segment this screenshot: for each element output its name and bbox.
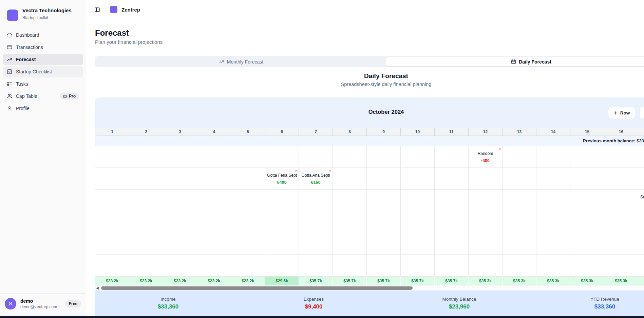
day-cell[interactable]: ×Random-400: [469, 146, 503, 167]
day-cell[interactable]: [604, 211, 638, 233]
day-cell[interactable]: [163, 255, 197, 276]
day-cell[interactable]: [197, 168, 231, 189]
day-cell[interactable]: [570, 168, 604, 189]
day-cell[interactable]: [129, 190, 163, 211]
day-cell[interactable]: [95, 255, 129, 276]
day-cell[interactable]: [367, 211, 401, 233]
day-cell[interactable]: [503, 211, 536, 233]
day-cell[interactable]: [299, 233, 333, 254]
day-cell[interactable]: [367, 146, 401, 167]
sidebar-toggle-button[interactable]: [93, 5, 101, 14]
day-cell[interactable]: [265, 146, 299, 167]
day-cell[interactable]: [570, 211, 604, 233]
day-cell[interactable]: [503, 190, 536, 211]
day-cell[interactable]: [435, 211, 469, 233]
day-cell[interactable]: [163, 233, 197, 254]
day-cell[interactable]: [536, 211, 570, 233]
day-cell[interactable]: [197, 233, 231, 254]
day-cell[interactable]: [638, 168, 644, 189]
day-cell[interactable]: [638, 255, 644, 276]
day-cell[interactable]: [367, 168, 401, 189]
day-cell[interactable]: Se: [638, 190, 644, 211]
add-row-button[interactable]: Row: [608, 107, 635, 119]
sidebar-item-forecast[interactable]: Forecast: [3, 54, 83, 65]
delete-entry-icon[interactable]: ×: [295, 169, 297, 173]
day-cell[interactable]: [570, 190, 604, 211]
day-cell[interactable]: [604, 255, 638, 276]
day-cell[interactable]: [503, 255, 536, 276]
day-cell[interactable]: [163, 190, 197, 211]
day-cell[interactable]: [469, 211, 503, 233]
day-cell[interactable]: [197, 255, 231, 276]
day-cell[interactable]: [503, 146, 536, 167]
day-cell[interactable]: [367, 233, 401, 254]
secondary-action-button[interactable]: [640, 107, 644, 119]
tab-monthly-forecast[interactable]: Monthly Forecast: [96, 57, 386, 66]
day-cell[interactable]: [333, 168, 367, 189]
day-cell[interactable]: [469, 255, 503, 276]
day-cell[interactable]: [536, 190, 570, 211]
day-cell[interactable]: ×Gotta Ana Septi6160: [299, 168, 333, 189]
day-cell[interactable]: [163, 211, 197, 233]
day-cell[interactable]: [570, 255, 604, 276]
day-cell[interactable]: ×Gotta Feria Sept6400: [265, 168, 299, 189]
day-cell[interactable]: [197, 146, 231, 167]
day-cell[interactable]: [536, 233, 570, 254]
day-cell[interactable]: [129, 168, 163, 189]
day-cell[interactable]: [604, 233, 638, 254]
day-cell[interactable]: [435, 255, 469, 276]
day-cell[interactable]: [503, 233, 536, 254]
day-cell[interactable]: [231, 168, 265, 189]
day-cell[interactable]: [536, 146, 570, 167]
sidebar-item-cap-table[interactable]: Cap TablePro: [3, 90, 83, 102]
day-cell[interactable]: [333, 211, 367, 233]
horizontal-scrollbar[interactable]: ◀: [95, 285, 644, 290]
day-cell[interactable]: [435, 146, 469, 167]
day-cell[interactable]: [401, 146, 435, 167]
day-cell[interactable]: [129, 255, 163, 276]
day-cell[interactable]: [95, 233, 129, 254]
day-cell[interactable]: [231, 233, 265, 254]
delete-entry-icon[interactable]: ×: [499, 147, 501, 151]
day-cell[interactable]: [401, 255, 435, 276]
day-cell[interactable]: [333, 233, 367, 254]
day-cell[interactable]: [401, 211, 435, 233]
day-cell[interactable]: [95, 146, 129, 167]
day-cell[interactable]: [95, 168, 129, 189]
day-cell[interactable]: [197, 190, 231, 211]
day-cell[interactable]: [570, 146, 604, 167]
day-cell[interactable]: [570, 233, 604, 254]
day-cell[interactable]: [197, 211, 231, 233]
day-cell[interactable]: [231, 255, 265, 276]
day-cell[interactable]: [95, 211, 129, 233]
scrollbar-thumb[interactable]: [101, 286, 413, 290]
day-cell[interactable]: [604, 190, 638, 211]
day-cell[interactable]: [435, 190, 469, 211]
sidebar-item-startup-checklist[interactable]: Startup Checklist: [3, 66, 83, 77]
day-cell[interactable]: [401, 190, 435, 211]
day-cell[interactable]: [604, 146, 638, 167]
day-cell[interactable]: [299, 255, 333, 276]
day-cell[interactable]: [231, 190, 265, 211]
day-cell[interactable]: [333, 146, 367, 167]
day-cell[interactable]: [129, 146, 163, 167]
sidebar-item-tasks[interactable]: Tasks: [3, 78, 83, 90]
day-cell[interactable]: [95, 190, 129, 211]
day-cell[interactable]: [163, 146, 197, 167]
day-cell[interactable]: [265, 190, 299, 211]
day-cell[interactable]: [469, 190, 503, 211]
day-cell[interactable]: [265, 233, 299, 254]
day-cell[interactable]: [401, 168, 435, 189]
day-cell[interactable]: [435, 233, 469, 254]
day-cell[interactable]: [129, 233, 163, 254]
day-cell[interactable]: [129, 211, 163, 233]
day-cell[interactable]: [536, 255, 570, 276]
tab-daily-forecast[interactable]: Daily Forecast: [386, 57, 644, 66]
sidebar-item-profile[interactable]: Profile: [3, 103, 83, 114]
day-cell[interactable]: [231, 146, 265, 167]
day-cell[interactable]: [367, 255, 401, 276]
day-cell[interactable]: [536, 168, 570, 189]
day-cell[interactable]: [231, 211, 265, 233]
scroll-left-arrow-icon[interactable]: ◀: [96, 286, 99, 290]
day-cell[interactable]: [604, 168, 638, 189]
